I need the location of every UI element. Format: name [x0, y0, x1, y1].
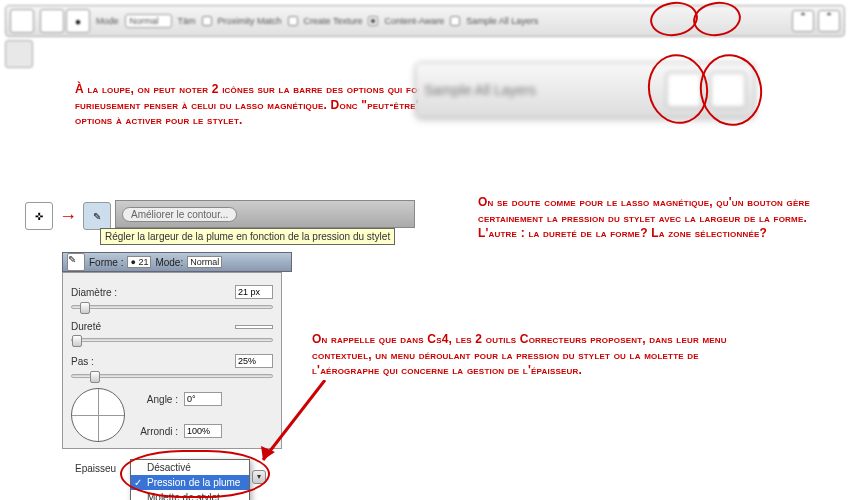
brush-tip-icon[interactable]: ✎ — [67, 253, 85, 271]
stylus-pressure-icon-2[interactable] — [818, 10, 840, 32]
diameter-slider[interactable] — [71, 305, 273, 309]
diameter-label: Diamètre : — [71, 287, 131, 298]
tool-icon[interactable] — [10, 9, 34, 33]
roundness-label: Arrondi : — [133, 426, 178, 437]
brush-preset-dropdown[interactable]: ● — [66, 9, 90, 33]
tool-icon-pair: ✜ → ✎ — [25, 202, 111, 230]
forme-label: Forme : — [89, 257, 123, 268]
spacing-value[interactable]: 25% — [235, 354, 273, 368]
brush-properties-panel: Diamètre : 21 px Dureté Pas : 25% Angle … — [62, 272, 282, 449]
hardness-slider[interactable] — [71, 338, 273, 342]
side-tool-icon[interactable] — [5, 40, 33, 68]
small-arrow-icon: → — [59, 206, 77, 227]
mode-value-2[interactable]: Normal — [187, 256, 222, 268]
brush-bar: ✎ Forme : ● 21 Mode: Normal — [62, 252, 292, 272]
annotation-circle — [120, 450, 270, 498]
opt-tam: Täm — [178, 16, 196, 26]
annotation-text-3: On rappelle que dans Cs4, les 2 outils C… — [312, 332, 732, 379]
radio-texture[interactable] — [288, 16, 298, 26]
annotation-text-1: À la loupe, on peut noter 2 icônes sur l… — [75, 82, 445, 129]
opt-content: Content-Aware — [384, 16, 444, 26]
mode-label-2: Mode: — [155, 257, 183, 268]
zoom-sample-label: Sample All Layers — [424, 82, 536, 98]
refine-edge-bar: Améliorer le contour... — [115, 200, 415, 228]
tooltip: Régler la largeur de la plume en fonctio… — [100, 228, 395, 245]
opt-sample: Sample All Layers — [466, 16, 538, 26]
mode-select[interactable]: Normal — [125, 14, 172, 28]
opt-proximity: Proximity Match — [218, 16, 282, 26]
brush-preset-icon[interactable] — [40, 9, 64, 33]
opt-texture: Create Texture — [304, 16, 363, 26]
roundness-value[interactable]: 100% — [184, 424, 222, 438]
thickness-label: Epaisseu — [75, 463, 116, 474]
svg-line-2 — [263, 380, 325, 460]
refine-edge-button[interactable]: Améliorer le contour... — [122, 207, 237, 222]
diameter-value[interactable]: 21 px — [235, 285, 273, 299]
spacing-label: Pas : — [71, 356, 131, 367]
mode-label: Mode — [96, 16, 119, 26]
healing-tool-icon[interactable]: ✜ — [25, 202, 53, 230]
stylus-pressure-icon[interactable] — [792, 10, 814, 32]
annotation-arrow — [255, 380, 335, 470]
hardness-label: Dureté — [71, 321, 131, 332]
forme-value[interactable]: ● 21 — [127, 256, 151, 268]
spacing-slider[interactable] — [71, 374, 273, 378]
radio-proximity[interactable] — [202, 16, 212, 26]
pen-pressure-tool-icon[interactable]: ✎ — [83, 202, 111, 230]
angle-value[interactable]: 0° — [184, 392, 222, 406]
angle-control[interactable] — [71, 388, 125, 442]
radio-content-aware[interactable] — [368, 16, 378, 26]
check-sample-layers[interactable] — [450, 16, 460, 26]
hardness-value[interactable] — [235, 325, 273, 329]
angle-label: Angle : — [133, 394, 178, 405]
annotation-text-2: On se doute comme pour le lasso magnétiq… — [478, 195, 828, 242]
